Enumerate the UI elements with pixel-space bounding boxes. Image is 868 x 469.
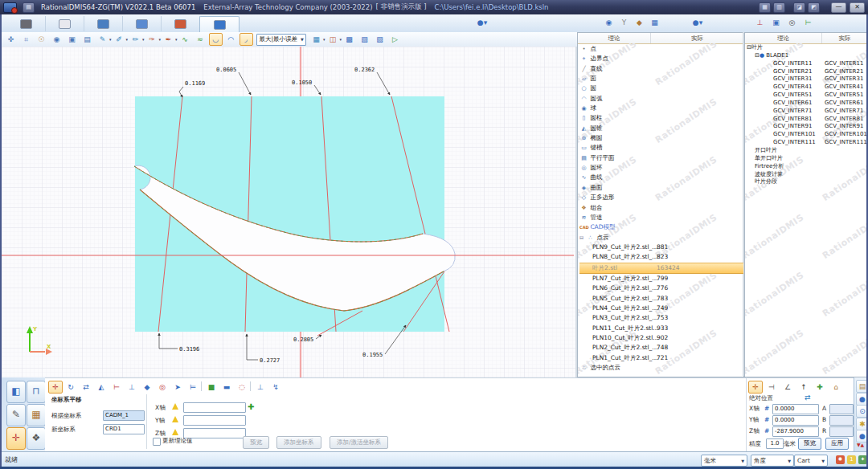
actual-column-header[interactable]: 实际 bbox=[651, 33, 743, 43]
section-e-icon[interactable]: ✒ bbox=[162, 33, 175, 46]
theory-column-header[interactable]: 理论 bbox=[578, 33, 651, 43]
section-item[interactable]: GCV_INTER21GCV_INTER21 bbox=[747, 68, 867, 76]
feature-item[interactable]: ◭ 圆锥 bbox=[579, 124, 743, 133]
section-item[interactable]: GCV_INTER61GCV_INTER61 bbox=[747, 100, 867, 108]
section-item[interactable]: GCV_INTER51GCV_INTER51 bbox=[747, 92, 867, 100]
toolbox-button[interactable]: ▦ bbox=[27, 404, 46, 426]
pos-add-icon[interactable]: ✚ bbox=[813, 381, 827, 394]
section-item[interactable]: GCV_INTER111GCV_INTER111 bbox=[747, 139, 867, 147]
blade1-item[interactable]: ⊟● BLADE1 bbox=[747, 52, 867, 60]
feature-item[interactable]: ○ 圆 bbox=[579, 84, 743, 93]
feature-item[interactable]: ◉ 球 bbox=[579, 104, 743, 113]
aux-value-field[interactable] bbox=[829, 415, 854, 426]
chevron-down-icon[interactable]: ▾ bbox=[339, 37, 342, 42]
cs-prp-icon[interactable]: ⊥ bbox=[253, 381, 268, 394]
export-c-icon[interactable]: ▨ bbox=[373, 33, 387, 46]
pos-ref-icon[interactable]: ⊣ bbox=[764, 381, 779, 394]
apply-button[interactable]: 应用 bbox=[825, 438, 849, 450]
caliper-button[interactable]: ⊓ bbox=[27, 381, 46, 403]
feature-item[interactable]: ◇ 正多边形 bbox=[579, 193, 743, 202]
cs-measure-icon[interactable]: ◎ bbox=[155, 381, 170, 394]
features-view-blob-icon[interactable]: ●▾ bbox=[473, 18, 492, 28]
feature-item[interactable]: ▤ 平行平面 bbox=[579, 153, 743, 163]
feature-item[interactable]: ∿ 曲线 bbox=[579, 173, 743, 182]
filter-icon[interactable]: Y bbox=[618, 18, 630, 28]
layout-b-icon[interactable]: ▥ bbox=[773, 2, 785, 13]
cloud-item[interactable]: PLN11_Cut_叶片2.stl...933 bbox=[579, 324, 743, 333]
cs-axis-icon[interactable]: ⊢ bbox=[109, 381, 124, 394]
strip-scroll-arrows[interactable]: ▼▲ bbox=[857, 442, 864, 447]
add-icon[interactable]: ✚ bbox=[248, 402, 254, 411]
cs-path-icon[interactable]: ↯ bbox=[268, 381, 283, 394]
aux-value-field[interactable] bbox=[829, 404, 854, 414]
feature-item[interactable]: ╱ 直线 bbox=[579, 64, 743, 74]
cs-translate-icon[interactable]: ✛ bbox=[48, 381, 63, 394]
tab-program[interactable] bbox=[122, 16, 162, 31]
cs-swap-icon[interactable]: ⇄ bbox=[79, 381, 93, 394]
analysis-item[interactable]: 波纹度计算 bbox=[747, 171, 867, 179]
cloud-item[interactable]: PLN5_Cut_叶片2.stl_...783 bbox=[579, 294, 743, 304]
cs-rotate-icon[interactable]: ↻ bbox=[63, 381, 78, 394]
pos-probe-icon[interactable]: ✛ bbox=[748, 381, 763, 394]
section-d-icon[interactable]: ✑ bbox=[145, 33, 159, 46]
curve-b-icon[interactable]: ≈ bbox=[194, 33, 207, 46]
quick-access-icon[interactable]: ▤ bbox=[23, 2, 35, 13]
feature-item[interactable]: ◈ 曲面 bbox=[579, 183, 743, 193]
probe-status-icon[interactable]: 1 bbox=[847, 455, 856, 464]
profile-lower-icon[interactable]: ◞ bbox=[240, 33, 253, 46]
section-item[interactable]: GCV_INTER31GCV_INTER31 bbox=[747, 75, 867, 84]
cloud-item[interactable]: PLN8_Cut_叶片2.stl_...823 bbox=[579, 252, 743, 262]
section-item[interactable]: GCV_INTER101GCV_INTER101 bbox=[747, 131, 867, 139]
cad-model-item[interactable]: CAD CAD模型 bbox=[579, 222, 743, 232]
cloud-item[interactable]: PLN3_Cut_叶片2.stl_...753 bbox=[579, 313, 743, 323]
precision-field[interactable]: 1.0 bbox=[766, 438, 784, 449]
snapshot-icon[interactable]: ▣ bbox=[65, 33, 79, 46]
camera-icon[interactable]: ◎ bbox=[786, 18, 798, 28]
blade-theory-header[interactable]: 理论 bbox=[745, 33, 822, 43]
cs-301-icon[interactable]: ⊨ bbox=[186, 381, 200, 394]
point-cloud-root[interactable]: ⊟∴ 点云 bbox=[579, 233, 743, 243]
profile-upper-icon[interactable]: ◡ bbox=[209, 33, 223, 46]
new-cs-field[interactable]: CRD1 bbox=[103, 424, 145, 434]
position-value-field[interactable]: 0.0000 bbox=[772, 415, 819, 426]
aux-value-field[interactable] bbox=[829, 426, 854, 437]
blade-root-item[interactable]: ⊟叶片 bbox=[747, 44, 867, 52]
cs-plane-icon[interactable]: ▬ bbox=[219, 381, 234, 394]
zoom-window-icon[interactable]: ⌗ bbox=[19, 33, 33, 46]
axes2-icon[interactable]: ⊢ bbox=[802, 18, 814, 28]
cs-fit-icon[interactable]: ◭ bbox=[94, 381, 108, 394]
analysis-item[interactable]: Firtree分析 bbox=[747, 163, 867, 171]
section-c-icon[interactable]: ✏ bbox=[129, 33, 142, 46]
feature-item[interactable]: ◎ 圆环 bbox=[579, 163, 743, 173]
orbit-icon[interactable]: ☉ bbox=[35, 33, 48, 46]
coordinate-button[interactable]: ✛ bbox=[6, 427, 26, 450]
tab-output[interactable] bbox=[6, 16, 46, 31]
pos-angle-icon[interactable]: ∠ bbox=[780, 381, 795, 394]
selected-cloud-item[interactable]: ∴ 选中的点云 bbox=[579, 363, 743, 373]
feature-item[interactable]: ▯ 圆柱 bbox=[579, 113, 743, 123]
section-b-icon[interactable]: ✐ bbox=[113, 33, 126, 46]
position-value-field[interactable]: -287.9000 bbox=[772, 426, 819, 437]
curve-a-icon[interactable]: ∿ bbox=[178, 33, 192, 46]
axes-icon[interactable]: ⊥ bbox=[754, 18, 766, 28]
cloud-item[interactable]: 叶片2.stl163424 bbox=[579, 263, 743, 274]
section-item[interactable]: GCV_INTER91GCV_INTER91 bbox=[747, 123, 867, 131]
cloud-item[interactable]: PLN7_Cut_叶片2.stl_...799 bbox=[579, 274, 743, 283]
chevron-down-icon[interactable]: ▾ bbox=[142, 37, 145, 42]
position-value-field[interactable]: 0.0000 bbox=[772, 404, 819, 414]
cloud-item[interactable]: PLN2_Cut_叶片2.stl_...748 bbox=[579, 343, 743, 353]
section-item[interactable]: GCV_INTER81GCV_INTER81 bbox=[747, 116, 867, 124]
cs-move-icon[interactable]: ➤ bbox=[170, 381, 185, 394]
update-theory-checkbox[interactable] bbox=[153, 438, 161, 446]
image-icon[interactable]: ▣ bbox=[770, 18, 782, 28]
coord-select[interactable]: Cart▼ bbox=[794, 455, 828, 467]
collapse-icon[interactable]: ⊟ bbox=[747, 44, 751, 51]
chevron-down-icon[interactable]: ▾ bbox=[323, 37, 326, 42]
analysis-item[interactable]: 叶片分段 bbox=[747, 178, 867, 186]
cloud-item[interactable]: PLN1_Cut_叶片2.stl_...721 bbox=[579, 353, 743, 363]
collapse-icon[interactable]: ⊟ bbox=[579, 233, 586, 243]
preview-button[interactable]: 预览 bbox=[243, 436, 269, 449]
analysis-item[interactable]: 单开口叶片 bbox=[747, 155, 867, 163]
view-eye-icon[interactable]: ◉ bbox=[50, 33, 63, 46]
blade-section-icon[interactable]: ◠ bbox=[224, 33, 238, 46]
